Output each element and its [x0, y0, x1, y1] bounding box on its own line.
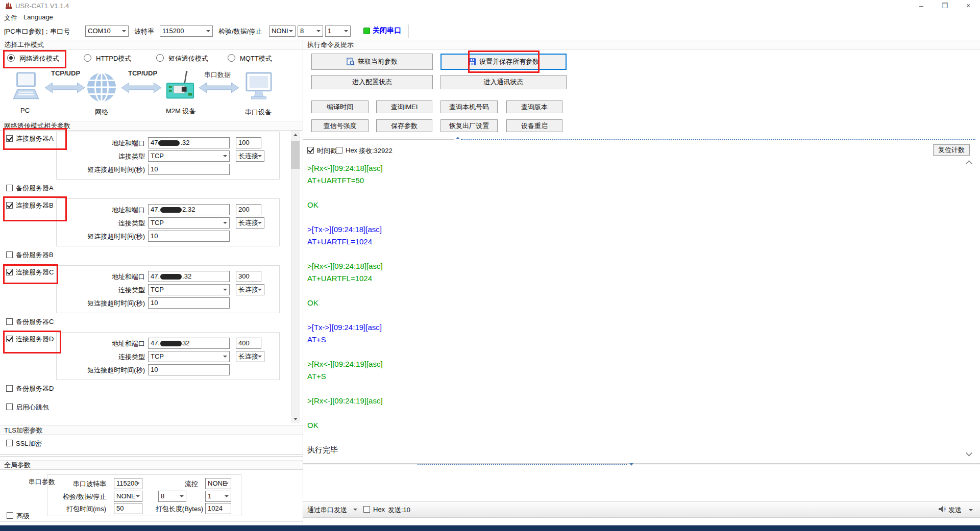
- log-line: >[Tx->][09:24:18][asc]: [307, 223, 818, 236]
- g-databits-select[interactable]: 8: [158, 491, 186, 502]
- device-restart-button[interactable]: 设备重启: [506, 119, 562, 132]
- left-splitter[interactable]: [0, 454, 303, 457]
- backup-server-checkbox[interactable]: [6, 251, 13, 258]
- address-port-label: 地址和端口: [31, 272, 145, 282]
- close-port-button[interactable]: 关闭串口: [373, 26, 401, 35]
- radio-httpd-mode[interactable]: [84, 54, 91, 62]
- maximize-button[interactable]: ❐: [933, 0, 957, 12]
- timeout-input[interactable]: 10: [148, 231, 230, 242]
- port-input[interactable]: 200: [236, 204, 261, 215]
- splitter-collapse-icon[interactable]: [456, 137, 460, 139]
- advanced-checkbox[interactable]: [7, 512, 13, 519]
- ssl-checkbox[interactable]: [6, 440, 13, 446]
- heartbeat-checkbox[interactable]: [6, 403, 13, 410]
- mode-option-label[interactable]: MQTT模式: [240, 54, 272, 63]
- scroll-down-button[interactable]: [291, 415, 300, 423]
- set-save-params-label: 设置并保存所有参数: [479, 57, 539, 66]
- conn-type-select[interactable]: TCP: [148, 217, 230, 229]
- connect-server-checkbox[interactable]: [6, 269, 13, 275]
- keepalive-select[interactable]: 长连接: [236, 284, 264, 295]
- timestamp-checkbox[interactable]: [307, 147, 314, 154]
- databits-select[interactable]: 8: [298, 26, 323, 37]
- query-signal-button[interactable]: 查信号强度: [311, 119, 369, 132]
- address-input[interactable]: 47.2.32: [148, 204, 230, 215]
- query-imei-button[interactable]: 查询IMEI: [376, 100, 432, 113]
- keepalive-select[interactable]: 长连接: [236, 150, 264, 162]
- query-number-button[interactable]: 查询本机号码: [440, 100, 498, 113]
- send-via-serial-button[interactable]: 通过串口发送: [307, 505, 347, 515]
- com-port-select[interactable]: COM10: [85, 26, 129, 37]
- timeout-input[interactable]: 10: [148, 164, 230, 175]
- minimize-button[interactable]: –: [910, 0, 933, 12]
- pack-len-input[interactable]: 1024: [205, 503, 231, 514]
- radio-net-transparent-mode[interactable]: [7, 54, 15, 62]
- g-flow-select[interactable]: NONE: [205, 478, 231, 489]
- enter-config-button[interactable]: 进入配置状态: [311, 75, 433, 89]
- mode-option-label[interactable]: 短信透传模式: [168, 54, 208, 63]
- factory-reset-button[interactable]: 恢复出厂设置: [440, 119, 498, 132]
- backup-server-checkbox[interactable]: [6, 385, 13, 392]
- connect-server-checkbox[interactable]: [6, 336, 13, 342]
- g-parity-select[interactable]: NONE: [114, 491, 142, 502]
- conn-type-select[interactable]: TCP: [148, 351, 230, 362]
- conn-type-select[interactable]: TCP: [148, 284, 230, 295]
- timeout-label: 短连接超时时间(秒): [31, 165, 145, 174]
- heartbeat-label: 启用心跳包: [16, 403, 49, 412]
- pack-time-input[interactable]: 50: [114, 503, 142, 514]
- log-hex-checkbox[interactable]: [336, 147, 342, 154]
- keepalive-select[interactable]: 长连接: [236, 351, 264, 362]
- timeout-input[interactable]: 10: [148, 297, 230, 309]
- get-params-button[interactable]: 获取当前参数: [311, 54, 433, 70]
- address-input[interactable]: 47..32: [148, 271, 230, 282]
- chevron-down-icon[interactable]: [353, 509, 357, 511]
- save-params-button[interactable]: 保存参数: [376, 119, 432, 132]
- port-input[interactable]: 100: [236, 137, 261, 148]
- menu-file[interactable]: 文件: [4, 13, 17, 22]
- g-stopbits-select[interactable]: 1: [205, 491, 231, 502]
- connect-server-checkbox[interactable]: [6, 202, 13, 209]
- enter-comm-button[interactable]: 进入通讯状态: [440, 75, 567, 89]
- baud-select[interactable]: 115200: [160, 26, 213, 37]
- compile-time-button[interactable]: 编译时间: [311, 100, 369, 113]
- backup-server-checkbox[interactable]: [6, 185, 13, 191]
- address-input[interactable]: 47.32: [148, 338, 230, 349]
- radio-sms-mode[interactable]: [156, 54, 164, 62]
- log-line: >[Rx<-][09:24:19][asc]: [307, 395, 818, 407]
- mode-option-label[interactable]: HTTPD模式: [96, 54, 131, 63]
- stopbits-select[interactable]: 1: [325, 26, 351, 37]
- backup-server-checkbox[interactable]: [6, 318, 13, 325]
- g-baud-select[interactable]: 115200: [114, 478, 142, 489]
- mode-option-label[interactable]: 网络透传模式: [19, 54, 59, 63]
- connect-server-checkbox[interactable]: [6, 135, 13, 142]
- parity-select[interactable]: NONI: [269, 26, 296, 37]
- menu-language[interactable]: Language: [23, 13, 53, 21]
- log-line: AT+UARTFT=50: [307, 174, 818, 187]
- reset-count-button[interactable]: 复位计数: [933, 144, 970, 156]
- scrollbar-thumb[interactable]: [291, 141, 300, 169]
- log-line: AT+UARTFL=1024: [307, 272, 818, 285]
- conn-type-label: 连接类型: [31, 152, 145, 161]
- chevron-down-icon[interactable]: [969, 509, 973, 511]
- log-hex-label: Hex: [346, 146, 357, 154]
- send-hex-checkbox[interactable]: [363, 506, 370, 513]
- radio-mqtt-mode[interactable]: [228, 54, 235, 62]
- query-version-button[interactable]: 查询版本: [506, 100, 562, 113]
- send-button[interactable]: 发送: [948, 505, 962, 515]
- splitter-handle[interactable]: [418, 464, 627, 465]
- timeout-input[interactable]: 10: [148, 364, 230, 375]
- log-splitter-bottom[interactable]: [303, 463, 980, 465]
- port-input[interactable]: 400: [236, 338, 261, 349]
- params-scrollbar[interactable]: [291, 131, 300, 423]
- splitter-collapse-icon[interactable]: [629, 463, 633, 466]
- splitter-handle[interactable]: [461, 139, 975, 140]
- port-input[interactable]: 300: [236, 271, 261, 282]
- conn-type-select[interactable]: TCP: [148, 150, 230, 162]
- address-input[interactable]: 47.32: [148, 137, 230, 148]
- log-line: AT+S: [307, 334, 818, 346]
- set-save-params-button[interactable]: 设置并保存所有参数: [440, 54, 567, 70]
- close-button[interactable]: ×: [957, 0, 980, 12]
- keepalive-select[interactable]: 长连接: [236, 217, 264, 229]
- log-line: OK: [307, 419, 818, 432]
- log-splitter-top[interactable]: [303, 138, 454, 140]
- scroll-up-button[interactable]: [291, 131, 300, 139]
